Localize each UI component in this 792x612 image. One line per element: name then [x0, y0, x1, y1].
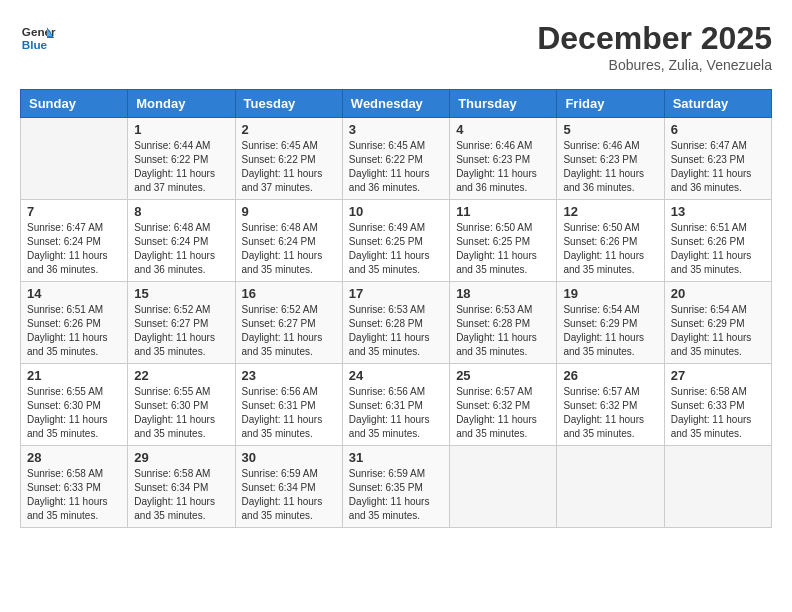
calendar-cell: 21Sunrise: 6:55 AMSunset: 6:30 PMDayligh…: [21, 364, 128, 446]
calendar-week-row: 21Sunrise: 6:55 AMSunset: 6:30 PMDayligh…: [21, 364, 772, 446]
day-number: 17: [349, 286, 443, 301]
day-number: 8: [134, 204, 228, 219]
calendar-body: 1Sunrise: 6:44 AMSunset: 6:22 PMDaylight…: [21, 118, 772, 528]
calendar-cell: 20Sunrise: 6:54 AMSunset: 6:29 PMDayligh…: [664, 282, 771, 364]
calendar-cell: 27Sunrise: 6:58 AMSunset: 6:33 PMDayligh…: [664, 364, 771, 446]
day-number: 18: [456, 286, 550, 301]
day-info: Sunrise: 6:51 AMSunset: 6:26 PMDaylight:…: [27, 303, 121, 359]
calendar-cell: 3Sunrise: 6:45 AMSunset: 6:22 PMDaylight…: [342, 118, 449, 200]
day-number: 7: [27, 204, 121, 219]
day-info: Sunrise: 6:52 AMSunset: 6:27 PMDaylight:…: [134, 303, 228, 359]
day-number: 5: [563, 122, 657, 137]
day-number: 28: [27, 450, 121, 465]
day-number: 19: [563, 286, 657, 301]
day-info: Sunrise: 6:58 AMSunset: 6:34 PMDaylight:…: [134, 467, 228, 523]
day-info: Sunrise: 6:57 AMSunset: 6:32 PMDaylight:…: [563, 385, 657, 441]
calendar-cell: 10Sunrise: 6:49 AMSunset: 6:25 PMDayligh…: [342, 200, 449, 282]
calendar-week-row: 7Sunrise: 6:47 AMSunset: 6:24 PMDaylight…: [21, 200, 772, 282]
day-info: Sunrise: 6:57 AMSunset: 6:32 PMDaylight:…: [456, 385, 550, 441]
day-info: Sunrise: 6:59 AMSunset: 6:35 PMDaylight:…: [349, 467, 443, 523]
calendar-cell: 16Sunrise: 6:52 AMSunset: 6:27 PMDayligh…: [235, 282, 342, 364]
calendar-cell: 19Sunrise: 6:54 AMSunset: 6:29 PMDayligh…: [557, 282, 664, 364]
weekday-header-thursday: Thursday: [450, 90, 557, 118]
calendar-cell: [450, 446, 557, 528]
calendar-table: SundayMondayTuesdayWednesdayThursdayFrid…: [20, 89, 772, 528]
day-number: 11: [456, 204, 550, 219]
day-number: 15: [134, 286, 228, 301]
day-info: Sunrise: 6:48 AMSunset: 6:24 PMDaylight:…: [134, 221, 228, 277]
calendar-cell: [664, 446, 771, 528]
calendar-cell: 24Sunrise: 6:56 AMSunset: 6:31 PMDayligh…: [342, 364, 449, 446]
day-info: Sunrise: 6:50 AMSunset: 6:26 PMDaylight:…: [563, 221, 657, 277]
logo-icon: General Blue: [20, 20, 56, 56]
weekday-header-row: SundayMondayTuesdayWednesdayThursdayFrid…: [21, 90, 772, 118]
day-info: Sunrise: 6:48 AMSunset: 6:24 PMDaylight:…: [242, 221, 336, 277]
day-info: Sunrise: 6:53 AMSunset: 6:28 PMDaylight:…: [456, 303, 550, 359]
day-info: Sunrise: 6:55 AMSunset: 6:30 PMDaylight:…: [134, 385, 228, 441]
calendar-cell: 22Sunrise: 6:55 AMSunset: 6:30 PMDayligh…: [128, 364, 235, 446]
calendar-cell: 17Sunrise: 6:53 AMSunset: 6:28 PMDayligh…: [342, 282, 449, 364]
day-info: Sunrise: 6:46 AMSunset: 6:23 PMDaylight:…: [563, 139, 657, 195]
calendar-cell: 7Sunrise: 6:47 AMSunset: 6:24 PMDaylight…: [21, 200, 128, 282]
calendar-cell: 18Sunrise: 6:53 AMSunset: 6:28 PMDayligh…: [450, 282, 557, 364]
weekday-header-tuesday: Tuesday: [235, 90, 342, 118]
day-number: 16: [242, 286, 336, 301]
title-block: December 2025 Bobures, Zulia, Venezuela: [537, 20, 772, 73]
day-number: 13: [671, 204, 765, 219]
weekday-header-friday: Friday: [557, 90, 664, 118]
day-info: Sunrise: 6:58 AMSunset: 6:33 PMDaylight:…: [671, 385, 765, 441]
month-year-title: December 2025: [537, 20, 772, 57]
day-number: 9: [242, 204, 336, 219]
day-info: Sunrise: 6:52 AMSunset: 6:27 PMDaylight:…: [242, 303, 336, 359]
day-info: Sunrise: 6:46 AMSunset: 6:23 PMDaylight:…: [456, 139, 550, 195]
day-info: Sunrise: 6:45 AMSunset: 6:22 PMDaylight:…: [349, 139, 443, 195]
calendar-cell: 29Sunrise: 6:58 AMSunset: 6:34 PMDayligh…: [128, 446, 235, 528]
day-number: 22: [134, 368, 228, 383]
day-number: 26: [563, 368, 657, 383]
calendar-cell: 13Sunrise: 6:51 AMSunset: 6:26 PMDayligh…: [664, 200, 771, 282]
calendar-cell: [21, 118, 128, 200]
day-number: 6: [671, 122, 765, 137]
day-info: Sunrise: 6:51 AMSunset: 6:26 PMDaylight:…: [671, 221, 765, 277]
location-subtitle: Bobures, Zulia, Venezuela: [537, 57, 772, 73]
weekday-header-sunday: Sunday: [21, 90, 128, 118]
weekday-header-monday: Monday: [128, 90, 235, 118]
calendar-cell: 14Sunrise: 6:51 AMSunset: 6:26 PMDayligh…: [21, 282, 128, 364]
calendar-cell: [557, 446, 664, 528]
calendar-cell: 6Sunrise: 6:47 AMSunset: 6:23 PMDaylight…: [664, 118, 771, 200]
day-info: Sunrise: 6:56 AMSunset: 6:31 PMDaylight:…: [242, 385, 336, 441]
day-info: Sunrise: 6:47 AMSunset: 6:24 PMDaylight:…: [27, 221, 121, 277]
calendar-cell: 25Sunrise: 6:57 AMSunset: 6:32 PMDayligh…: [450, 364, 557, 446]
day-number: 21: [27, 368, 121, 383]
day-number: 1: [134, 122, 228, 137]
calendar-cell: 8Sunrise: 6:48 AMSunset: 6:24 PMDaylight…: [128, 200, 235, 282]
day-info: Sunrise: 6:59 AMSunset: 6:34 PMDaylight:…: [242, 467, 336, 523]
day-number: 25: [456, 368, 550, 383]
day-number: 31: [349, 450, 443, 465]
day-info: Sunrise: 6:49 AMSunset: 6:25 PMDaylight:…: [349, 221, 443, 277]
calendar-cell: 5Sunrise: 6:46 AMSunset: 6:23 PMDaylight…: [557, 118, 664, 200]
weekday-header-saturday: Saturday: [664, 90, 771, 118]
page-header: General Blue December 2025 Bobures, Zuli…: [20, 20, 772, 73]
day-number: 10: [349, 204, 443, 219]
day-number: 2: [242, 122, 336, 137]
svg-text:Blue: Blue: [22, 38, 48, 51]
calendar-cell: 31Sunrise: 6:59 AMSunset: 6:35 PMDayligh…: [342, 446, 449, 528]
day-info: Sunrise: 6:54 AMSunset: 6:29 PMDaylight:…: [563, 303, 657, 359]
day-number: 27: [671, 368, 765, 383]
calendar-cell: 2Sunrise: 6:45 AMSunset: 6:22 PMDaylight…: [235, 118, 342, 200]
calendar-cell: 11Sunrise: 6:50 AMSunset: 6:25 PMDayligh…: [450, 200, 557, 282]
calendar-cell: 30Sunrise: 6:59 AMSunset: 6:34 PMDayligh…: [235, 446, 342, 528]
day-info: Sunrise: 6:44 AMSunset: 6:22 PMDaylight:…: [134, 139, 228, 195]
calendar-cell: 15Sunrise: 6:52 AMSunset: 6:27 PMDayligh…: [128, 282, 235, 364]
calendar-cell: 23Sunrise: 6:56 AMSunset: 6:31 PMDayligh…: [235, 364, 342, 446]
day-number: 20: [671, 286, 765, 301]
calendar-cell: 26Sunrise: 6:57 AMSunset: 6:32 PMDayligh…: [557, 364, 664, 446]
day-info: Sunrise: 6:54 AMSunset: 6:29 PMDaylight:…: [671, 303, 765, 359]
day-number: 23: [242, 368, 336, 383]
calendar-cell: 9Sunrise: 6:48 AMSunset: 6:24 PMDaylight…: [235, 200, 342, 282]
day-number: 14: [27, 286, 121, 301]
day-number: 3: [349, 122, 443, 137]
calendar-cell: 4Sunrise: 6:46 AMSunset: 6:23 PMDaylight…: [450, 118, 557, 200]
calendar-week-row: 14Sunrise: 6:51 AMSunset: 6:26 PMDayligh…: [21, 282, 772, 364]
